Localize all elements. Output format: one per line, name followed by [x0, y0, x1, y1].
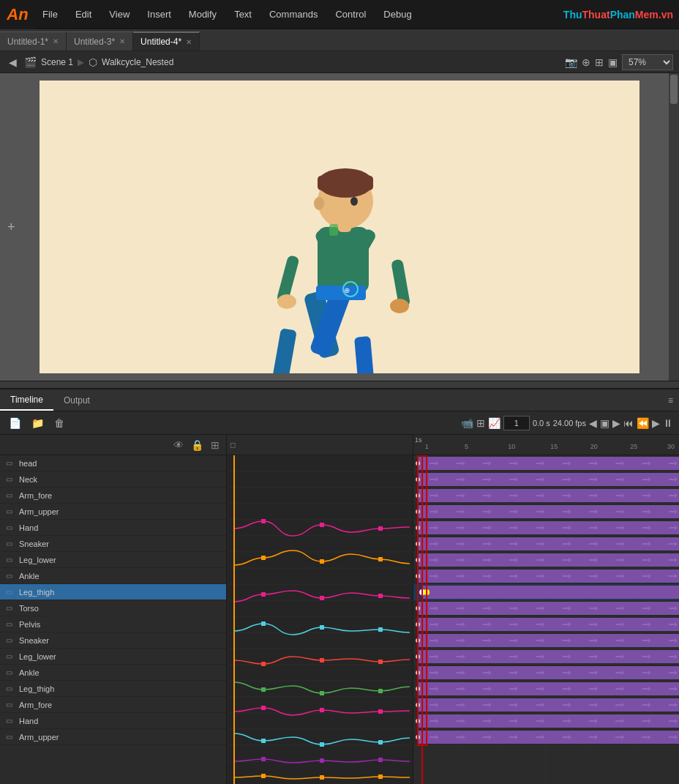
camera-icon[interactable]: 📷: [565, 56, 577, 68]
ruler-label-20: 20: [590, 443, 598, 450]
layer-row-pelvis[interactable]: ▭ Pelvis: [0, 616, 226, 632]
menu-commands[interactable]: Commands: [262, 6, 325, 23]
layer-row-hand1[interactable]: ▭ Hand: [0, 520, 226, 536]
ruler-label-30: 30: [667, 443, 675, 450]
layer-list-header: 👁 🔒 ⊞: [0, 435, 226, 455]
ruler-label-15: 15: [550, 443, 558, 450]
layer-row-sneaker1[interactable]: ▭ Sneaker: [0, 536, 226, 552]
layer-type-icon: ▭: [6, 540, 16, 548]
layer-row-ankle1[interactable]: ▭ Ankle: [0, 568, 226, 584]
scene-back-button[interactable]: ◀: [6, 55, 20, 70]
layer-row-torso[interactable]: ▭ Torso: [0, 600, 226, 616]
tracks-ruler: 1s 1 5 10 15 20 25 30: [413, 435, 679, 455]
layer-type-icon: ▭: [6, 668, 16, 676]
scene-label: Scene 1: [41, 57, 73, 67]
menu-edit[interactable]: Edit: [68, 6, 99, 23]
menu-insert[interactable]: Insert: [140, 6, 179, 23]
layer-row-ankle2[interactable]: ▭ Ankle: [0, 665, 226, 681]
layer-row-armupper2[interactable]: ▭ Arm_upper: [0, 729, 226, 745]
grid-small-icon[interactable]: ⊞: [207, 439, 223, 451]
layer-type-icon: ▭: [6, 636, 16, 644]
tracks-area: 1s 1 5 10 15 20 25 30: [413, 435, 679, 784]
ruler-label-10: 10: [508, 443, 515, 450]
add-layer-button[interactable]: +: [7, 220, 15, 235]
frame-input[interactable]: [503, 416, 530, 430]
new-layer-button[interactable]: 📄: [6, 416, 24, 430]
step-back-button[interactable]: ⏪: [637, 417, 649, 429]
layer-row-hand2[interactable]: ▭ Hand: [0, 713, 226, 729]
tab-untitled4[interactable]: Untitled-4* ✕: [133, 31, 200, 51]
prev-frame-button[interactable]: ◀: [589, 417, 597, 429]
zoom-select[interactable]: 57% 100% 50% 25%: [622, 54, 673, 70]
tracks-scroll[interactable]: [413, 455, 679, 784]
layer-row-legthigh2[interactable]: ▭ Leg_thigh: [0, 681, 226, 697]
tracks-canvas: [413, 455, 679, 784]
transform-icon[interactable]: ⊕: [582, 56, 590, 68]
tab-close-3[interactable]: ✕: [119, 37, 125, 45]
grid-icon[interactable]: ⊞: [595, 56, 604, 68]
seconds-label: 1s: [415, 436, 422, 444]
frame-display: ▣: [600, 417, 609, 429]
app-logo: An: [0, 0, 35, 29]
timeline-panel: Timeline Output ≡ 📄 📁 🗑 📹 ⊞ 📈 0.0 s 24.0…: [0, 388, 679, 784]
layer-type-icon: ▭: [6, 507, 16, 515]
menu-text[interactable]: Text: [227, 6, 259, 23]
graph-button[interactable]: 📈: [488, 417, 500, 429]
svg-rect-10: [318, 176, 373, 190]
layer-row-neck[interactable]: ▭ Neck: [0, 471, 226, 488]
layer-row-sneaker2[interactable]: ▭ Sneaker: [0, 632, 226, 649]
fit-button[interactable]: ⊞: [476, 417, 485, 429]
character-svg: ⊕: [40, 81, 639, 373]
svg-point-12: [314, 197, 324, 210]
layer-type-icon: ▭: [6, 459, 16, 467]
timeline-content: 👁 🔒 ⊞ ▭ head ▭ Neck ▭ Arm_fore ▭ Arm_upp…: [0, 435, 679, 784]
layer-row-armupper1[interactable]: ▭ Arm_upper: [0, 504, 226, 520]
play-button[interactable]: ▶: [652, 417, 660, 429]
svg-rect-4: [354, 336, 375, 373]
layer-row-leglower1[interactable]: ▭ Leg_lower: [0, 552, 226, 568]
menu-view[interactable]: View: [102, 6, 137, 23]
go-start-button[interactable]: ⏮: [623, 417, 634, 429]
menu-control[interactable]: Control: [328, 6, 373, 23]
layer-row-legthigh1[interactable]: ▭ Leg_thigh: [0, 584, 226, 600]
menu-debug[interactable]: Debug: [376, 6, 419, 23]
layer-row-armfore2[interactable]: ▭ Arm_fore: [0, 697, 226, 713]
tab-timeline[interactable]: Timeline: [0, 390, 53, 411]
lock-icon[interactable]: 🔒: [187, 439, 207, 451]
layer-type-icon: ▭: [6, 733, 16, 741]
layer-list: 👁 🔒 ⊞ ▭ head ▭ Neck ▭ Arm_fore ▭ Arm_upp…: [0, 435, 227, 784]
tab-output[interactable]: Output: [53, 391, 100, 410]
tab-close-1[interactable]: ✕: [53, 37, 59, 45]
tab-close-4[interactable]: ✕: [186, 38, 192, 46]
timeline-header: Timeline Output ≡: [0, 389, 679, 411]
layer-row-head[interactable]: ▭ head: [0, 455, 226, 471]
ruler-label-5: 5: [465, 443, 468, 450]
menu-modify[interactable]: Modify: [181, 6, 224, 23]
fps-display: 24.00 fps: [553, 419, 586, 428]
tab-untitled1[interactable]: Untitled-1* ✕: [0, 31, 67, 51]
delete-layer-button[interactable]: 🗑: [51, 416, 67, 430]
layer-row-armfore1[interactable]: ▭ Arm_fore: [0, 488, 226, 504]
layer-row-leglower2[interactable]: ▭ Leg_lower: [0, 649, 226, 665]
scene-right-controls: 📷 ⊕ ⊞ ▣ 57% 100% 50% 25%: [565, 54, 673, 70]
layer-type-icon: ▭: [6, 684, 16, 692]
new-folder-button[interactable]: 📁: [29, 416, 47, 430]
scene-icon: 🎬: [24, 56, 37, 68]
svg-point-18: [390, 299, 409, 313]
canvas-hscrollbar[interactable]: [0, 381, 679, 388]
menu-file[interactable]: File: [35, 6, 65, 23]
watermark: ThuThuatPhanMem.vn: [563, 9, 673, 20]
playback-controls: 📹 ⊞ 📈 0.0 s 24.00 fps ◀ ▣ ▶ ⏮ ⏪ ▶ ⏸: [461, 416, 673, 430]
document-tabs: Untitled-1* ✕ Untitled-3* ✕ Untitled-4* …: [0, 29, 679, 51]
curves-area: ◻: [227, 435, 413, 784]
canvas-scrollbar[interactable]: [669, 73, 679, 381]
symbol-icon: ⬡: [89, 56, 97, 68]
eye-icon[interactable]: 👁: [170, 439, 187, 451]
camera-record-button[interactable]: 📹: [461, 417, 473, 429]
pause-button[interactable]: ⏸: [663, 417, 673, 429]
tab-untitled3[interactable]: Untitled-3* ✕: [67, 31, 133, 51]
next-frame-button[interactable]: ▶: [612, 417, 620, 429]
screen-icon[interactable]: ▣: [608, 56, 618, 68]
layer-type-icon: ▭: [6, 717, 16, 725]
timeline-menu-icon[interactable]: ≡: [668, 395, 673, 406]
